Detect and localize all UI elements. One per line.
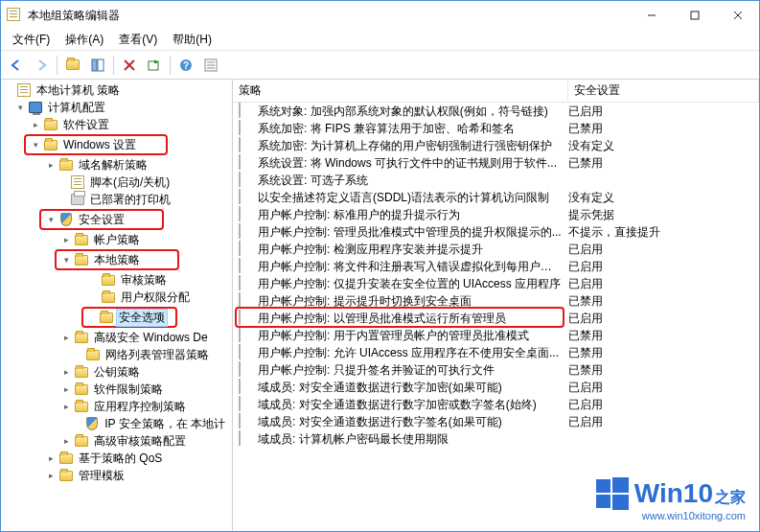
window-controls xyxy=(630,1,759,30)
chevron-right-icon[interactable]: ▸ xyxy=(45,453,57,463)
delete-button[interactable] xyxy=(118,54,141,77)
menu-action[interactable]: 操作(A) xyxy=(58,30,111,50)
folder-icon xyxy=(43,117,58,132)
tree-network-list[interactable]: 网络列表管理器策略 xyxy=(1,346,232,363)
list-pane: 策略 安全设置 系统对象: 加强内部系统对象的默认权限(例如，符号链接)已启用系… xyxy=(233,80,759,531)
export-button[interactable] xyxy=(143,54,166,77)
policy-icon xyxy=(239,362,254,378)
menu-help[interactable]: 帮助(H) xyxy=(165,30,219,50)
separator-icon xyxy=(113,56,114,75)
policy-icon xyxy=(239,242,254,257)
tree-printers[interactable]: 已部署的打印机 xyxy=(1,191,232,208)
list-row[interactable]: 用户帐户控制: 标准用户的提升提示行为提示凭据 xyxy=(233,206,759,223)
tree-account-policies[interactable]: ▸ 帐户策略 xyxy=(1,231,232,248)
properties-button[interactable] xyxy=(199,54,222,77)
column-header-setting[interactable]: 安全设置 xyxy=(568,80,759,102)
list-row[interactable]: 用户帐户控制: 管理员批准模式中管理员的提升权限提示的...不提示，直接提升 xyxy=(233,223,759,241)
policy-name: 系统加密: 为计算机上存储的用户密钥强制进行强密钥保护 xyxy=(258,138,568,154)
list-row[interactable]: 用户帐户控制: 只提升签名并验证的可执行文件已禁用 xyxy=(233,361,759,379)
chevron-right-icon[interactable]: ▸ xyxy=(45,471,57,480)
tree-root[interactable]: 本地计算机 策略 xyxy=(1,81,232,99)
chevron-right-icon[interactable]: ▸ xyxy=(60,333,72,342)
policy-setting: 已启用 xyxy=(568,259,759,275)
folder-icon xyxy=(58,451,74,466)
list-row[interactable]: 用户帐户控制: 将文件和注册表写入错误虚拟化到每用户位置已启用 xyxy=(233,258,759,275)
help-button[interactable]: ? xyxy=(174,54,197,77)
tree-local-policies[interactable]: ▾ 本地策略 xyxy=(60,251,173,268)
close-button[interactable] xyxy=(716,1,759,30)
menu-view[interactable]: 查看(V) xyxy=(111,30,165,50)
chevron-right-icon[interactable]: ▸ xyxy=(60,235,72,244)
tree-software-settings[interactable]: ▸ 软件设置 xyxy=(1,116,232,133)
list-row[interactable]: 用户帐户控制: 以管理员批准模式运行所有管理员已启用 xyxy=(233,310,759,327)
list-row[interactable]: 以安全描述符定义语言(SDDL)语法表示的计算机访问限制没有定义 xyxy=(233,189,759,206)
tree-label: IP 安全策略，在 本地计 xyxy=(102,415,228,433)
policy-setting: 已禁用 xyxy=(568,345,759,361)
back-button[interactable] xyxy=(5,54,28,77)
list-row[interactable]: 用户帐户控制: 仅提升安装在安全位置的 UIAccess 应用程序已启用 xyxy=(233,275,759,292)
list-row[interactable]: 系统加密: 为计算机上存储的用户密钥强制进行强密钥保护没有定义 xyxy=(233,137,759,154)
list-row[interactable]: 系统设置: 将 Windows 可执行文件中的证书规则用于软件...已禁用 xyxy=(233,154,759,172)
policy-setting: 已启用 xyxy=(568,414,759,430)
tree-app-control[interactable]: ▸ 应用程序控制策略 xyxy=(1,398,232,415)
list-row[interactable]: 用户帐户控制: 允许 UIAccess 应用程序在不使用安全桌面...已禁用 xyxy=(233,344,759,361)
minimize-button[interactable] xyxy=(630,1,673,30)
tree-scripts[interactable]: 脚本(启动/关机) xyxy=(1,173,232,191)
policy-name: 域成员: 计算机帐户密码最长使用期限 xyxy=(258,431,568,448)
forward-button[interactable] xyxy=(30,54,53,77)
tree-pane[interactable]: 本地计算机 策略 ▾ 计算机配置 ▸ 软件设置 ▾ Windows 设置 xyxy=(1,80,233,531)
tree-admin-templates[interactable]: ▸ 管理模板 xyxy=(1,467,232,484)
policy-icon xyxy=(239,138,254,153)
tree-windows-defender[interactable]: ▸ 高级安全 Windows De xyxy=(1,329,232,346)
policy-icon xyxy=(239,293,254,309)
tree-security-options[interactable]: 安全选项 xyxy=(87,309,172,326)
policy-icon xyxy=(239,345,254,360)
list-body[interactable]: 系统对象: 加强内部系统对象的默认权限(例如，符号链接)已启用系统加密: 将 F… xyxy=(233,103,759,531)
highlight-box: ▾ 安全设置 xyxy=(39,209,164,230)
chevron-right-icon[interactable]: ▸ xyxy=(60,367,72,377)
tree-advanced-audit[interactable]: ▸ 高级审核策略配置 xyxy=(1,432,232,450)
list-row[interactable]: 域成员: 对安全通道数据进行数字签名(如果可能)已启用 xyxy=(233,413,759,430)
chevron-down-icon[interactable]: ▾ xyxy=(14,103,26,112)
list-row[interactable]: 域成员: 对安全通道数据进行数字加密或数字签名(始终)已启用 xyxy=(233,396,759,413)
tree-qos[interactable]: ▸ 基于策略的 QoS xyxy=(1,450,232,467)
folder-icon xyxy=(74,382,89,397)
list-row[interactable]: 系统对象: 加强内部系统对象的默认权限(例如，符号链接)已启用 xyxy=(233,103,759,120)
up-button[interactable] xyxy=(61,54,84,77)
show-hide-tree-button[interactable] xyxy=(86,54,109,77)
list-row[interactable]: 系统加密: 将 FIPS 兼容算法用于加密、哈希和签名已禁用 xyxy=(233,120,759,137)
chevron-right-icon[interactable]: ▸ xyxy=(30,120,41,129)
folder-icon xyxy=(99,310,114,325)
folder-icon xyxy=(58,157,74,173)
tree-windows-settings[interactable]: ▾ Windows 设置 xyxy=(30,136,162,153)
policy-setting: 不提示，直接提升 xyxy=(568,224,759,241)
chevron-down-icon[interactable]: ▾ xyxy=(60,255,72,265)
list-row[interactable]: 用户帐户控制: 检测应用程序安装并提示提升已启用 xyxy=(233,241,759,258)
tree-security-settings[interactable]: ▾ 安全设置 xyxy=(45,211,158,228)
menu-file[interactable]: 文件(F) xyxy=(5,30,58,50)
list-row[interactable]: 域成员: 对安全通道数据进行数字加密(如果可能)已启用 xyxy=(233,379,759,396)
chevron-right-icon[interactable]: ▸ xyxy=(60,384,72,394)
tree-software-restriction[interactable]: ▸ 软件限制策略 xyxy=(1,381,232,398)
tree-label: 安全选项 xyxy=(116,309,168,327)
policy-name: 用户帐户控制: 将文件和注册表写入错误虚拟化到每用户位置 xyxy=(258,259,568,275)
tree-computer-config[interactable]: ▾ 计算机配置 xyxy=(1,99,232,116)
list-row[interactable]: 域成员: 计算机帐户密码最长使用期限 xyxy=(233,430,759,448)
chevron-down-icon[interactable]: ▾ xyxy=(45,215,57,224)
list-row[interactable]: 用户帐户控制: 提示提升时切换到安全桌面已禁用 xyxy=(233,292,759,310)
tree-name-resolution[interactable]: ▸ 域名解析策略 xyxy=(1,156,232,173)
tree-ip-security[interactable]: IP 安全策略，在 本地计 xyxy=(1,415,232,432)
list-row[interactable]: 用户帐户控制: 用于内置管理员帐户的管理员批准模式已禁用 xyxy=(233,327,759,344)
tree-public-key[interactable]: ▸ 公钥策略 xyxy=(1,363,232,381)
chevron-right-icon[interactable]: ▸ xyxy=(45,160,57,170)
tree-user-rights[interactable]: 用户权限分配 xyxy=(1,289,232,306)
chevron-right-icon[interactable]: ▸ xyxy=(60,436,72,446)
tree-label: 本地策略 xyxy=(91,251,143,269)
policy-icon xyxy=(239,155,254,171)
column-header-policy[interactable]: 策略 xyxy=(233,80,568,102)
chevron-right-icon[interactable]: ▸ xyxy=(60,402,72,411)
maximize-button[interactable] xyxy=(673,1,716,30)
list-row[interactable]: 系统设置: 可选子系统 xyxy=(233,172,759,189)
tree-audit-policy[interactable]: 审核策略 xyxy=(1,271,232,289)
chevron-down-icon[interactable]: ▾ xyxy=(30,140,41,150)
